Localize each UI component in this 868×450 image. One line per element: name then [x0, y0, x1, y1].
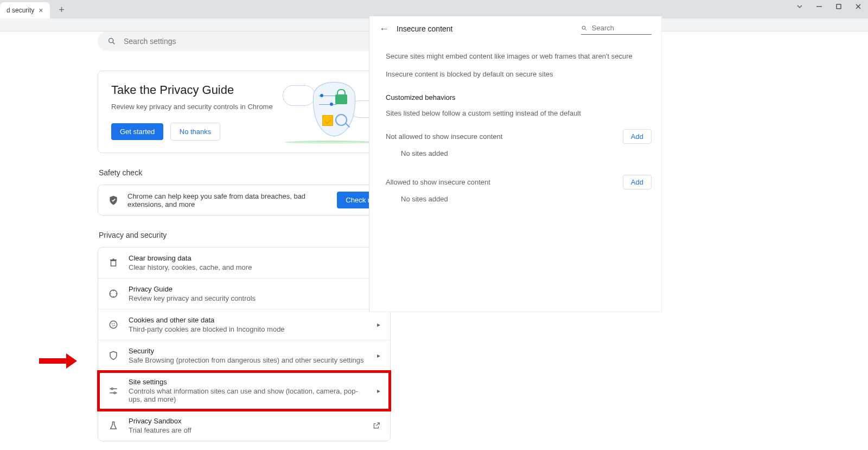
row-subtitle: Trial features are off: [129, 426, 363, 434]
row-subtitle: Safe Browsing (protection from dangerous…: [129, 356, 367, 364]
row-subtitle: Third-party cookies are blocked in Incog…: [129, 325, 367, 333]
cookie-icon: [108, 320, 119, 329]
customized-behaviors-heading: Customized behaviors: [386, 93, 652, 102]
svg-point-15: [111, 388, 113, 389]
row-privacy-guide[interactable]: Privacy Guide Review key privacy and sec…: [98, 278, 390, 309]
svg-point-12: [112, 325, 113, 326]
svg-point-17: [114, 392, 116, 394]
svg-point-10: [112, 324, 113, 325]
row-site-settings[interactable]: Site settings Controls what information …: [98, 371, 390, 410]
guide-subtitle: Review key privacy and security controls…: [111, 103, 273, 111]
privacy-guide-card: Take the Privacy Guide Review key privac…: [98, 71, 391, 153]
row-cookies[interactable]: Cookies and other site data Third-party …: [98, 309, 390, 340]
add-not-allowed-button[interactable]: Add: [623, 129, 652, 144]
tab-title: d security: [7, 7, 34, 14]
window-minimize-icon[interactable]: [809, 0, 829, 13]
not-allowed-row: Not allowed to show insecure content Add: [386, 129, 652, 144]
row-title: Cookies and other site data: [129, 316, 367, 324]
back-button[interactable]: ←: [379, 23, 389, 35]
shield-icon: [108, 351, 119, 360]
search-icon: [107, 37, 116, 46]
external-link-icon: [373, 422, 380, 429]
svg-point-18: [582, 26, 585, 29]
browser-titlebar: d security × +: [0, 0, 868, 18]
privacy-security-heading: Privacy and security: [99, 231, 391, 239]
browser-tab[interactable]: d security ×: [0, 2, 50, 18]
privacy-security-list: Clear browsing data Clear history, cooki…: [98, 247, 391, 441]
window-close-icon[interactable]: [848, 0, 868, 13]
tune-icon: [108, 386, 119, 396]
insecure-content-panel: ← Insecure content Secure sites might em…: [369, 16, 662, 312]
panel-desc-1: Secure sites might embed content like im…: [386, 52, 652, 60]
not-allowed-empty: No sites added: [401, 149, 652, 157]
search-settings[interactable]: [98, 31, 391, 51]
panel-search-input[interactable]: [592, 24, 652, 32]
row-title: Clear browsing data: [129, 254, 380, 262]
row-security[interactable]: Security Safe Browsing (protection from …: [98, 340, 390, 371]
red-arrow-annotation: [39, 358, 68, 364]
panel-search[interactable]: [581, 23, 652, 35]
safety-check-card: Chrome can help keep you safe from data …: [98, 185, 391, 216]
row-subtitle: Controls what information sites can use …: [129, 387, 367, 403]
shield-check-icon: [108, 195, 119, 206]
svg-point-9: [110, 321, 117, 328]
svg-point-13: [114, 325, 115, 326]
svg-point-11: [114, 323, 115, 324]
add-allowed-button[interactable]: Add: [623, 175, 652, 189]
get-started-button[interactable]: Get started: [111, 123, 163, 140]
chevron-right-icon: ▸: [377, 387, 380, 395]
safety-check-text: Chrome can help keep you safe from data …: [127, 192, 328, 208]
privacy-guide-illustration: [285, 82, 377, 142]
search-icon: [581, 24, 588, 32]
chevron-right-icon: ▸: [377, 321, 380, 328]
compass-icon: [108, 289, 119, 299]
row-subtitle: Clear history, cookies, cache, and more: [129, 263, 380, 271]
not-allowed-label: Not allowed to show insecure content: [386, 132, 502, 141]
safety-check-heading: Safety check: [99, 168, 391, 177]
row-title: Site settings: [129, 378, 367, 386]
trash-icon: [108, 258, 119, 268]
panel-title: Insecure content: [397, 24, 573, 33]
new-tab-button[interactable]: +: [54, 2, 69, 17]
allowed-empty: No sites added: [401, 195, 652, 203]
row-clear-browsing-data[interactable]: Clear browsing data Clear history, cooki…: [98, 248, 390, 278]
window-maximize-icon[interactable]: [829, 0, 848, 13]
svg-line-3: [113, 42, 114, 44]
row-subtitle: Review key privacy and security controls: [129, 294, 380, 302]
allowed-label: Allowed to show insecure content: [386, 178, 490, 186]
allowed-row: Allowed to show insecure content Add: [386, 175, 652, 189]
panel-desc-2: Insecure content is blocked by default o…: [386, 70, 652, 78]
customized-behaviors-sub: Sites listed below follow a custom setti…: [386, 109, 652, 117]
svg-line-19: [585, 29, 586, 30]
search-settings-input[interactable]: [124, 37, 381, 46]
row-title: Privacy Sandbox: [129, 417, 363, 425]
row-title: Security: [129, 347, 367, 355]
chevron-right-icon: ▸: [377, 352, 380, 359]
row-privacy-sandbox[interactable]: Privacy Sandbox Trial features are off: [98, 410, 390, 441]
row-title: Privacy Guide: [129, 285, 380, 293]
guide-title: Take the Privacy Guide: [111, 83, 273, 97]
tab-close-icon[interactable]: ×: [39, 6, 43, 15]
svg-point-2: [109, 39, 113, 43]
settings-main: Take the Privacy Guide Review key privac…: [98, 31, 391, 441]
svg-rect-1: [837, 4, 841, 9]
tabs-dropdown-icon[interactable]: [790, 0, 809, 13]
flask-icon: [108, 421, 119, 430]
no-thanks-button[interactable]: No thanks: [170, 123, 221, 141]
